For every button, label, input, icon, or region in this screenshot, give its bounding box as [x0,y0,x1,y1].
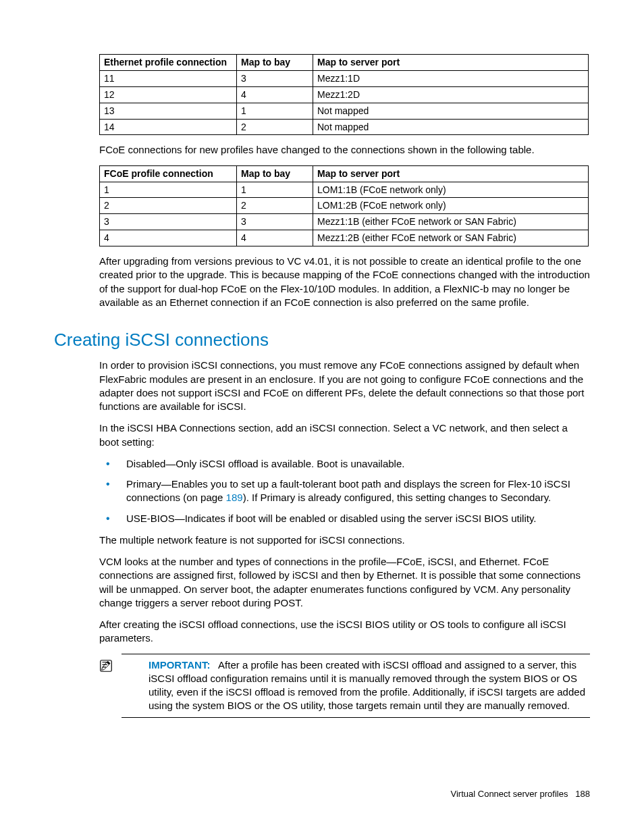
page-footer: Virtual Connect server profiles 188 [451,788,590,800]
important-text: After a profile has been created with iS… [149,659,585,712]
table-cell: 4 [237,230,313,246]
important-callout: IMPORTANT: After a profile has been crea… [122,654,590,718]
table-row: 2 2 LOM1:2B (FCoE network only) [100,198,589,214]
important-label: IMPORTANT: [149,659,210,671]
para-after-table2: After upgrading from versions previous t… [99,255,590,309]
table-row: 13 1 Not mapped [100,103,589,119]
table-row: 14 2 Not mapped [100,119,589,135]
table-cell: 4 [100,230,237,246]
table-cell: 3 [237,70,313,86]
table1-header-bay: Map to bay [237,55,313,71]
table-cell: LOM1:1B (FCoE network only) [313,182,589,198]
table-cell: 13 [100,103,237,119]
list-item: USE-BIOS—Indicates if boot will be enabl… [99,512,590,525]
ethernet-profile-table: Ethernet profile connection Map to bay M… [99,54,589,135]
page-link-189[interactable]: 189 [226,492,243,503]
table-cell: 2 [237,119,313,135]
table1-header-conn: Ethernet profile connection [100,55,237,71]
table-cell: Mezz1:1B (either FCoE network or SAN Fab… [313,214,589,230]
para-iscsi-2: In the iSCSI HBA Connections section, ad… [99,421,590,449]
table1-header-port: Map to server port [313,55,589,71]
para-between-tables: FCoE connections for new profiles have c… [99,143,590,157]
table-row: 1 1 LOM1:1B (FCoE network only) [100,182,589,198]
table-cell: 14 [100,119,237,135]
fcoe-profile-table: FCoE profile connection Map to bay Map t… [99,165,589,246]
important-icon [99,658,113,673]
footer-section: Virtual Connect server profiles [451,789,568,799]
section-heading-creating-iscsi: Creating iSCSI connections [54,328,590,352]
table-cell: Mezz1:1D [313,70,589,86]
table-cell: 1 [237,182,313,198]
table-cell: 11 [100,70,237,86]
list-item: Disabled—Only iSCSI offload is available… [99,457,590,471]
para-iscsi-5: After creating the iSCSI offload connect… [99,618,590,646]
para-iscsi-3: The multiple network feature is not supp… [99,533,590,547]
table-cell: 2 [237,198,313,214]
table-cell: Mezz1:2B (either FCoE network or SAN Fab… [313,230,589,246]
table-row: 4 4 Mezz1:2B (either FCoE network or SAN… [100,230,589,246]
table-cell: 1 [100,182,237,198]
table2-header-bay: Map to bay [237,165,313,182]
table-cell: 3 [237,214,313,230]
table-cell: Mezz1:2D [313,86,589,103]
list-item: Primary—Enables you to set up a fault-to… [99,477,590,505]
footer-page-number: 188 [575,789,590,799]
table-row: 12 4 Mezz1:2D [100,86,589,103]
table-row: 3 3 Mezz1:1B (either FCoE network or SAN… [100,214,589,230]
table-row: 11 3 Mezz1:1D [100,70,589,86]
boot-setting-list: Disabled—Only iSCSI offload is available… [99,457,590,525]
table-cell: 2 [100,198,237,214]
table2-header-port: Map to server port [313,165,589,182]
table-cell: LOM1:2B (FCoE network only) [313,198,589,214]
table-cell: 4 [237,86,313,103]
list-item-text-post: ). If Primary is already configured, thi… [243,492,552,503]
table-cell: Not mapped [313,103,589,119]
para-iscsi-1: In order to provision iSCSI connections,… [99,359,590,413]
para-iscsi-4: VCM looks at the number and types of con… [99,555,590,610]
table-cell: 1 [237,103,313,119]
table-cell: 3 [100,214,237,230]
table-cell: 12 [100,86,237,103]
table-cell: Not mapped [313,119,589,135]
table2-header-conn: FCoE profile connection [100,165,237,182]
